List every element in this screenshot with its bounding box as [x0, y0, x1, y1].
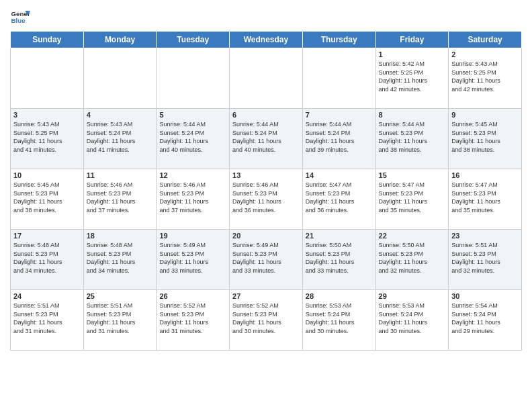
calendar-cell-16: 16Sunrise: 5:47 AM Sunset: 5:23 PM Dayli…	[449, 169, 522, 230]
cell-info: Sunrise: 5:47 AM Sunset: 5:23 PM Dayligh…	[379, 181, 446, 214]
calendar-cell-1: 1Sunrise: 5:42 AM Sunset: 5:25 PM Daylig…	[375, 48, 449, 109]
day-number: 28	[306, 292, 373, 300]
day-number: 14	[306, 171, 373, 179]
logo: General Blue	[10, 7, 30, 27]
cell-info: Sunrise: 5:47 AM Sunset: 5:23 PM Dayligh…	[451, 181, 519, 214]
cell-info: Sunrise: 5:48 AM Sunset: 5:23 PM Dayligh…	[13, 241, 81, 275]
day-number: 5	[159, 111, 226, 119]
cell-info: Sunrise: 5:49 AM Sunset: 5:23 PM Dayligh…	[159, 241, 226, 275]
day-header-sunday: Sunday	[11, 32, 84, 48]
cell-info: Sunrise: 5:46 AM Sunset: 5:23 PM Dayligh…	[232, 181, 300, 214]
calendar-cell-29: 29Sunrise: 5:53 AM Sunset: 5:24 PM Dayli…	[375, 290, 449, 351]
calendar-cell-21: 21Sunrise: 5:50 AM Sunset: 5:23 PM Dayli…	[302, 230, 375, 290]
cell-info: Sunrise: 5:53 AM Sunset: 5:24 PM Dayligh…	[306, 302, 373, 335]
cell-info: Sunrise: 5:50 AM Sunset: 5:23 PM Dayligh…	[306, 241, 373, 275]
calendar-cell-18: 18Sunrise: 5:48 AM Sunset: 5:23 PM Dayli…	[83, 230, 157, 290]
empty-cell	[230, 48, 303, 109]
calendar-cell-11: 11Sunrise: 5:46 AM Sunset: 5:23 PM Dayli…	[83, 169, 157, 230]
empty-cell	[11, 48, 84, 109]
day-number: 6	[232, 111, 300, 119]
empty-cell	[302, 48, 375, 109]
calendar-cell-27: 27Sunrise: 5:52 AM Sunset: 5:23 PM Dayli…	[230, 290, 303, 351]
cell-info: Sunrise: 5:43 AM Sunset: 5:25 PM Dayligh…	[13, 120, 81, 154]
calendar-cell-5: 5Sunrise: 5:44 AM Sunset: 5:24 PM Daylig…	[157, 109, 230, 169]
empty-cell	[157, 48, 230, 109]
cell-info: Sunrise: 5:51 AM Sunset: 5:23 PM Dayligh…	[451, 241, 519, 275]
cell-info: Sunrise: 5:42 AM Sunset: 5:25 PM Dayligh…	[379, 60, 446, 93]
day-number: 24	[13, 292, 81, 300]
calendar-cell-19: 19Sunrise: 5:49 AM Sunset: 5:23 PM Dayli…	[157, 230, 230, 290]
day-number: 1	[379, 50, 446, 58]
calendar-cell-24: 24Sunrise: 5:51 AM Sunset: 5:23 PM Dayli…	[11, 290, 84, 351]
page-header: General Blue	[10, 7, 522, 27]
day-number: 30	[451, 292, 519, 300]
day-number: 26	[159, 292, 226, 300]
day-number: 18	[87, 232, 154, 240]
day-number: 13	[232, 171, 300, 179]
day-number: 19	[159, 232, 226, 240]
cell-info: Sunrise: 5:44 AM Sunset: 5:24 PM Dayligh…	[306, 120, 373, 154]
calendar-cell-25: 25Sunrise: 5:51 AM Sunset: 5:23 PM Dayli…	[83, 290, 157, 351]
day-number: 22	[379, 232, 446, 240]
calendar-cell-9: 9Sunrise: 5:45 AM Sunset: 5:23 PM Daylig…	[449, 109, 522, 169]
empty-cell	[83, 48, 157, 109]
cell-info: Sunrise: 5:51 AM Sunset: 5:23 PM Dayligh…	[87, 302, 154, 335]
day-number: 3	[13, 111, 81, 119]
cell-info: Sunrise: 5:46 AM Sunset: 5:23 PM Dayligh…	[159, 181, 226, 214]
cell-info: Sunrise: 5:47 AM Sunset: 5:23 PM Dayligh…	[306, 181, 373, 214]
day-number: 27	[232, 292, 300, 300]
day-number: 12	[159, 171, 226, 179]
day-header-friday: Friday	[375, 32, 449, 48]
day-number: 11	[87, 171, 154, 179]
cell-info: Sunrise: 5:43 AM Sunset: 5:25 PM Dayligh…	[451, 60, 519, 93]
day-header-tuesday: Tuesday	[157, 32, 230, 48]
calendar-cell-14: 14Sunrise: 5:47 AM Sunset: 5:23 PM Dayli…	[302, 169, 375, 230]
day-header-monday: Monday	[83, 32, 157, 48]
calendar-cell-15: 15Sunrise: 5:47 AM Sunset: 5:23 PM Dayli…	[375, 169, 449, 230]
calendar-cell-6: 6Sunrise: 5:44 AM Sunset: 5:24 PM Daylig…	[230, 109, 303, 169]
calendar-cell-12: 12Sunrise: 5:46 AM Sunset: 5:23 PM Dayli…	[157, 169, 230, 230]
calendar-cell-28: 28Sunrise: 5:53 AM Sunset: 5:24 PM Dayli…	[302, 290, 375, 351]
calendar-cell-2: 2Sunrise: 5:43 AM Sunset: 5:25 PM Daylig…	[449, 48, 522, 109]
day-number: 23	[451, 232, 519, 240]
day-header-saturday: Saturday	[449, 32, 522, 48]
calendar-cell-30: 30Sunrise: 5:54 AM Sunset: 5:24 PM Dayli…	[449, 290, 522, 351]
calendar-cell-17: 17Sunrise: 5:48 AM Sunset: 5:23 PM Dayli…	[11, 230, 84, 290]
day-number: 8	[379, 111, 446, 119]
day-number: 17	[13, 232, 81, 240]
day-number: 29	[379, 292, 446, 300]
day-header-thursday: Thursday	[302, 32, 375, 48]
calendar-cell-4: 4Sunrise: 5:43 AM Sunset: 5:24 PM Daylig…	[83, 109, 157, 169]
calendar-table: SundayMondayTuesdayWednesdayThursdayFrid…	[10, 31, 522, 351]
cell-info: Sunrise: 5:45 AM Sunset: 5:23 PM Dayligh…	[13, 181, 81, 214]
calendar-cell-20: 20Sunrise: 5:49 AM Sunset: 5:23 PM Dayli…	[230, 230, 303, 290]
calendar-cell-13: 13Sunrise: 5:46 AM Sunset: 5:23 PM Dayli…	[230, 169, 303, 230]
cell-info: Sunrise: 5:43 AM Sunset: 5:24 PM Dayligh…	[87, 120, 154, 154]
cell-info: Sunrise: 5:52 AM Sunset: 5:23 PM Dayligh…	[232, 302, 300, 335]
cell-info: Sunrise: 5:45 AM Sunset: 5:23 PM Dayligh…	[451, 120, 519, 154]
calendar-cell-22: 22Sunrise: 5:50 AM Sunset: 5:23 PM Dayli…	[375, 230, 449, 290]
cell-info: Sunrise: 5:54 AM Sunset: 5:24 PM Dayligh…	[451, 302, 519, 335]
calendar-cell-10: 10Sunrise: 5:45 AM Sunset: 5:23 PM Dayli…	[11, 169, 84, 230]
day-number: 9	[451, 111, 519, 119]
cell-info: Sunrise: 5:52 AM Sunset: 5:23 PM Dayligh…	[159, 302, 226, 335]
calendar-cell-23: 23Sunrise: 5:51 AM Sunset: 5:23 PM Dayli…	[449, 230, 522, 290]
day-number: 15	[379, 171, 446, 179]
day-number: 7	[306, 111, 373, 119]
day-number: 4	[87, 111, 154, 119]
calendar-cell-7: 7Sunrise: 5:44 AM Sunset: 5:24 PM Daylig…	[302, 109, 375, 169]
day-number: 25	[87, 292, 154, 300]
cell-info: Sunrise: 5:49 AM Sunset: 5:23 PM Dayligh…	[232, 241, 300, 275]
cell-info: Sunrise: 5:44 AM Sunset: 5:24 PM Dayligh…	[232, 120, 300, 154]
day-number: 2	[451, 50, 519, 58]
day-number: 20	[232, 232, 300, 240]
cell-info: Sunrise: 5:51 AM Sunset: 5:23 PM Dayligh…	[13, 302, 81, 335]
cell-info: Sunrise: 5:46 AM Sunset: 5:23 PM Dayligh…	[87, 181, 154, 214]
cell-info: Sunrise: 5:44 AM Sunset: 5:23 PM Dayligh…	[379, 120, 446, 154]
cell-info: Sunrise: 5:53 AM Sunset: 5:24 PM Dayligh…	[379, 302, 446, 335]
day-number: 16	[451, 171, 519, 179]
cell-info: Sunrise: 5:44 AM Sunset: 5:24 PM Dayligh…	[159, 120, 226, 154]
day-number: 10	[13, 171, 81, 179]
calendar-cell-3: 3Sunrise: 5:43 AM Sunset: 5:25 PM Daylig…	[11, 109, 84, 169]
calendar-cell-26: 26Sunrise: 5:52 AM Sunset: 5:23 PM Dayli…	[157, 290, 230, 351]
